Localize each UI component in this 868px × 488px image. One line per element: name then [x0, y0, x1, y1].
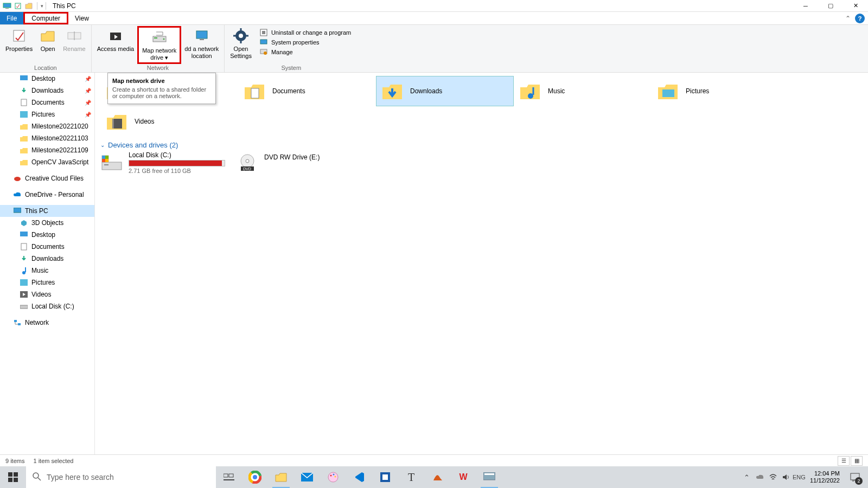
tiles-view-button[interactable]: ▦: [851, 456, 863, 466]
sidebar-item-local-disk[interactable]: Local Disk (C:): [0, 300, 94, 312]
sidebar-item-desktop[interactable]: Desktop📌: [0, 73, 94, 85]
sidebar-item-folder[interactable]: Milestone20221020: [0, 120, 94, 132]
taskbar-paint[interactable]: [320, 466, 346, 488]
svg-rect-50: [102, 159, 105, 162]
drive-local-disk-c[interactable]: Local Disk (C:) 2.71 GB free of 110 GB: [100, 151, 225, 174]
svg-rect-40: [251, 88, 259, 98]
maximize-button[interactable]: ▢: [818, 0, 843, 12]
folder-tile-downloads[interactable]: Downloads: [376, 76, 514, 106]
qat-new-folder-icon[interactable]: [24, 1, 34, 11]
close-button[interactable]: ✕: [843, 0, 868, 12]
svg-point-60: [33, 473, 39, 478]
minimize-button[interactable]: ─: [793, 0, 818, 12]
devices-section-header[interactable]: ⌄ Devices and drives (2): [100, 141, 863, 149]
sidebar-item-onedrive[interactable]: OneDrive - Personal: [0, 189, 94, 201]
sidebar-item-folder[interactable]: OpenCV JavaScript: [0, 156, 94, 168]
taskbar-file-explorer[interactable]: [268, 466, 294, 488]
uninstall-program-button[interactable]: Uninstall or change a program: [259, 28, 351, 37]
taskbar-app-blue[interactable]: [372, 466, 398, 488]
folder-tile-pictures[interactable]: Pictures: [652, 76, 789, 106]
map-drive-label-1: Map network: [142, 47, 176, 54]
pin-icon: 📌: [85, 88, 91, 94]
network-icon: [13, 318, 22, 327]
this-pc-icon: [2, 1, 12, 11]
task-view-button[interactable]: [216, 466, 242, 488]
sidebar-item-pictures[interactable]: Pictures: [0, 277, 94, 288]
start-button[interactable]: [0, 466, 26, 488]
tray-wifi-icon[interactable]: [767, 466, 780, 488]
taskbar: Type here to search T W ⌃ ENG 12:04 PM 1…: [0, 466, 868, 488]
system-group-label: System: [225, 65, 358, 72]
sidebar-item-folder[interactable]: Milestone20221103: [0, 132, 94, 144]
open-settings-button[interactable]: Open Settings: [227, 26, 255, 61]
open-button[interactable]: Open: [36, 26, 60, 54]
sidebar-item-folder[interactable]: Milestone20221109: [0, 144, 94, 156]
taskbar-mail[interactable]: [294, 466, 320, 488]
drive-dvd-rw[interactable]: DVD DVD RW Drive (E:): [236, 151, 361, 174]
qat-dropdown-icon[interactable]: ▾: [41, 3, 43, 9]
sysprops-label: System properties: [271, 39, 320, 46]
manage-button[interactable]: Manage: [259, 48, 351, 56]
rename-button[interactable]: Rename: [60, 26, 89, 54]
downloads-folder-icon: [381, 80, 404, 102]
videos-folder-icon: [105, 110, 128, 133]
svg-point-10: [163, 38, 164, 40]
devices-header-label: Devices and drives (2): [108, 141, 178, 149]
sidebar-item-videos[interactable]: Videos: [0, 288, 94, 300]
drive-free-space: 2.71 GB free of 110 GB: [129, 168, 225, 174]
rename-label: Rename: [63, 46, 86, 53]
qat-properties-icon[interactable]: [13, 1, 23, 11]
system-properties-button[interactable]: System properties: [259, 38, 351, 47]
sidebar-item-music[interactable]: Music: [0, 265, 94, 277]
gear-icon: [232, 27, 250, 44]
taskbar-chrome[interactable]: [242, 466, 268, 488]
sidebar-item-downloads[interactable]: Downloads📌: [0, 85, 94, 97]
tray-volume-icon[interactable]: [780, 466, 793, 488]
details-view-button[interactable]: ☰: [838, 456, 850, 466]
ribbon-group-system: Open Settings Uninstall or change a prog…: [225, 25, 358, 72]
sysprops-icon: [259, 38, 268, 47]
access-media-label: Access media: [97, 46, 134, 53]
folder-tile-videos[interactable]: Videos: [100, 106, 238, 137]
sidebar-item-pictures[interactable]: Pictures📌: [0, 108, 94, 120]
taskbar-wps[interactable]: W: [450, 466, 476, 488]
minimize-ribbon-icon[interactable]: ⌃: [845, 15, 851, 22]
svg-point-14: [239, 34, 243, 38]
tab-view[interactable]: View: [68, 12, 95, 24]
taskbar-text-app[interactable]: T: [398, 466, 424, 488]
sidebar-item-documents[interactable]: Documents📌: [0, 97, 94, 108]
tray-chevron-up-icon[interactable]: ⌃: [741, 466, 754, 488]
documents-icon: [20, 98, 28, 107]
taskbar-matlab[interactable]: [424, 466, 450, 488]
notifications-button[interactable]: 2: [844, 466, 866, 488]
access-media-button[interactable]: Access media: [94, 26, 137, 54]
tab-file[interactable]: File: [0, 12, 23, 24]
sidebar-item-network[interactable]: Network: [0, 317, 94, 329]
map-network-drive-button[interactable]: Map network drive ▾: [137, 26, 181, 64]
drive-name: Local Disk (C:): [129, 151, 225, 159]
folder-tile-documents[interactable]: Documents: [238, 76, 376, 106]
sidebar-item-3d-objects[interactable]: 3D Objects: [0, 217, 94, 229]
tray-onedrive-icon[interactable]: [754, 466, 767, 488]
properties-button[interactable]: Properties: [2, 26, 36, 54]
search-input[interactable]: Type here to search: [26, 466, 216, 488]
folder-tile-music[interactable]: Music: [514, 76, 652, 106]
tray-language-icon[interactable]: ENG: [793, 466, 806, 488]
sidebar-item-creative-cloud[interactable]: Creative Cloud Files: [0, 172, 94, 184]
sidebar-item-downloads[interactable]: Downloads: [0, 253, 94, 265]
tooltip-title: Map network drive: [112, 78, 211, 84]
sidebar-item-documents[interactable]: Documents: [0, 241, 94, 253]
tab-computer[interactable]: Computer: [23, 12, 68, 24]
navigation-pane[interactable]: Desktop📌 Downloads📌 Documents📌 Pictures📌…: [0, 73, 95, 454]
svg-point-27: [14, 177, 21, 181]
content-pane[interactable]: Desktop Documents Downloads Music Pictur…: [95, 73, 868, 454]
taskbar-app[interactable]: [476, 466, 502, 488]
taskbar-clock[interactable]: 12:04 PM 11/12/2022: [806, 470, 844, 484]
help-icon[interactable]: ?: [855, 14, 865, 23]
add-network-location-button[interactable]: dd a network location: [181, 26, 222, 61]
svg-point-41: [528, 93, 533, 99]
chevron-down-icon: ⌄: [100, 142, 105, 148]
taskbar-vscode[interactable]: [346, 466, 372, 488]
sidebar-item-this-pc[interactable]: This PC: [0, 205, 94, 217]
sidebar-item-desktop[interactable]: Desktop: [0, 229, 94, 241]
